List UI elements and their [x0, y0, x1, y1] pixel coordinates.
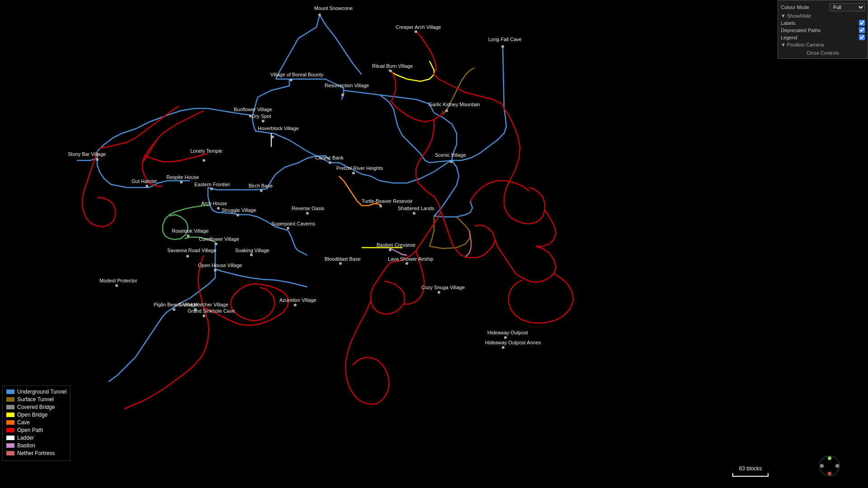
legend-color-open-path: [6, 428, 14, 432]
svg-text:Bunflower Village: Bunflower Village: [234, 107, 272, 112]
svg-text:Garlic Kidney Mountain: Garlic Kidney Mountain: [429, 102, 480, 107]
colour-mode-select[interactable]: Full Greyscale None: [830, 3, 865, 11]
svg-text:Grand Watcher Village: Grand Watcher Village: [179, 302, 228, 307]
svg-text:Hoverblock Village: Hoverblock Village: [258, 126, 299, 131]
show-hide-header[interactable]: Show/Hide: [781, 13, 865, 19]
deprecated-paths-checkbox[interactable]: [859, 27, 865, 33]
labels-label: Labels: [781, 20, 795, 26]
svg-point-12: [203, 159, 205, 162]
svg-point-10: [271, 136, 274, 138]
svg-point-15: [352, 172, 355, 174]
legend-label-underground-tunnel: Underground Tunnel: [17, 389, 66, 395]
svg-text:N: N: [829, 458, 830, 460]
svg-point-5: [290, 79, 292, 81]
legend-label-covered-bridge: Covered Bridge: [17, 404, 55, 410]
labels-row: Labels: [781, 20, 865, 26]
legend-item-bastion: Bastion: [6, 442, 66, 449]
svg-point-35: [438, 291, 440, 294]
svg-text:Open House Village: Open House Village: [198, 263, 242, 268]
legend-label-ladder: Ladder: [17, 435, 34, 441]
svg-text:Hideaway Outpost: Hideaway Outpost: [487, 330, 528, 335]
svg-point-86: [820, 464, 824, 468]
legend-item-open-path: Open Path: [6, 427, 66, 433]
svg-text:Resurrection Village: Resurrection Village: [325, 83, 369, 88]
svg-point-16: [180, 181, 183, 183]
svg-point-18: [210, 188, 213, 190]
svg-text:Savanna Road Village: Savanna Road Village: [167, 248, 217, 253]
legend-color-underground-tunnel: [6, 389, 14, 394]
svg-text:Lava Shower Airship: Lava Shower Airship: [388, 256, 433, 262]
svg-text:Scenic Village: Scenic Village: [435, 152, 466, 158]
svg-point-30: [389, 249, 392, 251]
map-svg: Mount Snowcone Creeper Arch Village Long…: [0, 0, 868, 488]
legend-checkbox[interactable]: [859, 34, 865, 40]
labels-checkbox[interactable]: [859, 20, 865, 26]
svg-text:Stony Bar Village: Stony Bar Village: [68, 151, 106, 157]
svg-point-21: [236, 214, 239, 216]
position-camera-header[interactable]: Position Camera: [781, 42, 865, 47]
svg-point-6: [341, 94, 344, 96]
svg-text:Hideaway Outpost Annex: Hideaway Outpost Annex: [485, 340, 541, 345]
deprecated-paths-row: Deprecated Paths: [781, 27, 865, 33]
svg-point-33: [214, 269, 217, 272]
svg-point-37: [173, 308, 175, 311]
svg-point-7: [445, 109, 448, 112]
svg-point-14: [450, 160, 453, 163]
svg-text:Soaking Village: Soaking Village: [235, 248, 269, 253]
svg-point-11: [96, 158, 99, 161]
legend: Underground Tunnel Surface Tunnel Covere…: [2, 385, 71, 461]
svg-point-31: [339, 262, 342, 265]
svg-point-27: [215, 243, 217, 245]
svg-point-40: [504, 336, 507, 339]
close-controls-button[interactable]: Close Controls: [781, 50, 865, 56]
scale-label: 63 blocks: [739, 465, 762, 472]
svg-text:Eastern Frontier: Eastern Frontier: [194, 182, 230, 187]
svg-text:Cozy Snuga Village: Cozy Snuga Village: [421, 285, 465, 290]
svg-point-4: [389, 70, 392, 72]
legend-label-nether-fortress: Nether Fortress: [17, 450, 55, 456]
svg-point-9: [262, 120, 264, 122]
svg-point-23: [306, 212, 309, 215]
compass-svg: N: [818, 455, 841, 477]
map-container[interactable]: Mount Snowcone Creeper Arch Village Long…: [0, 0, 868, 488]
legend-label-open-path: Open Path: [17, 427, 43, 433]
svg-text:Village of Boreal Bounty: Village of Boreal Bounty: [270, 72, 324, 77]
svg-point-87: [835, 464, 839, 468]
legend-color-nether-fortress: [6, 451, 14, 455]
svg-point-22: [379, 205, 382, 207]
svg-text:Modest Protector: Modest Protector: [99, 278, 137, 283]
svg-point-17: [146, 185, 148, 188]
legend-item-nether-fortress: Nether Fortress: [6, 450, 66, 456]
compass: N: [818, 455, 841, 479]
scale-bar: 63 blocks: [732, 465, 769, 477]
svg-text:Gut Hamlet: Gut Hamlet: [132, 178, 157, 184]
legend-item-open-bridge: Open Bridge: [6, 412, 66, 418]
svg-text:Grand Sinkhole Cave: Grand Sinkhole Cave: [188, 308, 235, 314]
svg-text:Ritual Burn Village: Ritual Burn Village: [372, 63, 413, 69]
svg-point-24: [413, 212, 415, 215]
legend-label-bastion: Bastion: [17, 442, 35, 449]
legend-color-open-bridge: [6, 413, 14, 417]
svg-text:Struggle Village: Struggle Village: [222, 207, 256, 213]
legend-item-covered-bridge: Covered Bridge: [6, 404, 66, 410]
legend-row: Legend: [781, 34, 865, 40]
legend-toggle-label: Legend: [781, 35, 797, 40]
svg-text:Canine Bank: Canine Bank: [315, 155, 344, 160]
svg-point-41: [502, 346, 505, 349]
svg-text:Roselook Village: Roselook Village: [172, 228, 209, 234]
svg-text:Dry Spot: Dry Spot: [252, 113, 271, 119]
legend-color-cave: [6, 420, 14, 425]
svg-text:Birch Base: Birch Base: [249, 183, 273, 188]
svg-point-3: [501, 45, 504, 48]
colour-mode-row: Colour Mode Full Greyscale None: [781, 3, 865, 11]
svg-text:Bloodblast Base: Bloodblast Base: [325, 256, 361, 262]
svg-point-34: [115, 284, 118, 287]
svg-text:Creeper Arch Village: Creeper Arch Village: [396, 24, 441, 30]
deprecated-paths-label: Deprecated Paths: [781, 28, 821, 33]
legend-item-ladder: Ladder: [6, 435, 66, 441]
svg-point-19: [260, 189, 263, 192]
svg-point-29: [186, 255, 189, 258]
legend-label-surface-tunnel: Surface Tunnel: [17, 396, 54, 403]
svg-text:Superpoint Caverns: Superpoint Caverns: [271, 221, 316, 226]
legend-color-bastion: [6, 443, 14, 448]
